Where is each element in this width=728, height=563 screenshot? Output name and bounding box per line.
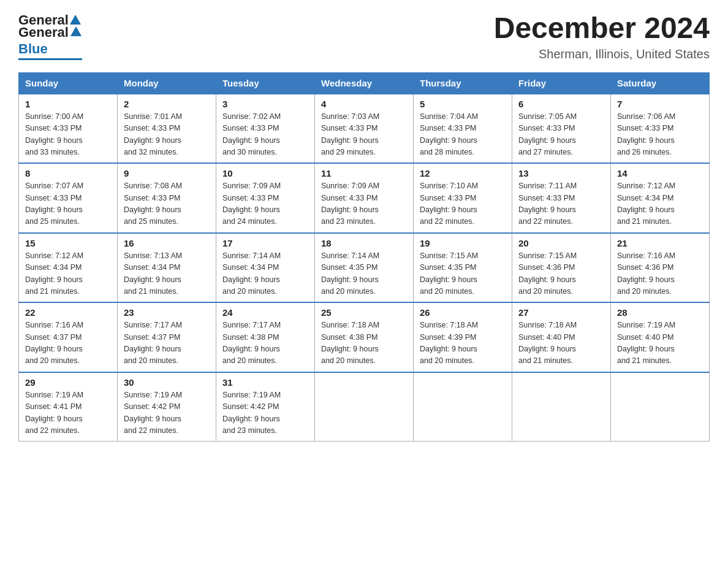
table-row: 19 Sunrise: 7:15 AM Sunset: 4:35 PM Dayl…	[414, 233, 512, 303]
table-row	[512, 372, 611, 442]
day-number: 12	[420, 168, 506, 178]
table-row: 5 Sunrise: 7:04 AM Sunset: 4:33 PM Dayli…	[414, 94, 512, 164]
day-info: Sunrise: 7:16 AM Sunset: 4:36 PM Dayligh…	[617, 250, 703, 298]
table-row: 28 Sunrise: 7:19 AM Sunset: 4:40 PM Dayl…	[611, 302, 710, 372]
day-info: Sunrise: 7:12 AM Sunset: 4:34 PM Dayligh…	[617, 180, 703, 228]
table-row: 17 Sunrise: 7:14 AM Sunset: 4:34 PM Dayl…	[216, 233, 315, 303]
day-info: Sunrise: 7:15 AM Sunset: 4:35 PM Dayligh…	[420, 250, 506, 298]
col-friday: Friday	[512, 72, 611, 94]
table-row: 25 Sunrise: 7:18 AM Sunset: 4:38 PM Dayl…	[315, 302, 414, 372]
day-number: 18	[321, 238, 407, 248]
day-info: Sunrise: 7:18 AM Sunset: 4:39 PM Dayligh…	[420, 320, 506, 367]
day-number: 28	[617, 307, 703, 318]
day-number: 13	[518, 168, 604, 178]
day-info: Sunrise: 7:11 AM Sunset: 4:33 PM Dayligh…	[518, 180, 604, 228]
day-info: Sunrise: 7:04 AM Sunset: 4:33 PM Dayligh…	[420, 111, 506, 159]
day-number: 9	[124, 168, 210, 178]
table-row: 22 Sunrise: 7:16 AM Sunset: 4:37 PM Dayl…	[19, 302, 118, 372]
page-subtitle: Sherman, Illinois, United States	[494, 47, 710, 61]
day-info: Sunrise: 7:09 AM Sunset: 4:33 PM Dayligh…	[222, 180, 308, 228]
day-number: 22	[25, 307, 111, 318]
day-info: Sunrise: 7:14 AM Sunset: 4:34 PM Dayligh…	[222, 250, 308, 298]
table-row: 13 Sunrise: 7:11 AM Sunset: 4:33 PM Dayl…	[512, 163, 611, 233]
col-tuesday: Tuesday	[216, 72, 315, 94]
day-info: Sunrise: 7:01 AM Sunset: 4:33 PM Dayligh…	[124, 111, 210, 159]
table-row: 1 Sunrise: 7:00 AM Sunset: 4:33 PM Dayli…	[19, 94, 118, 164]
calendar-header-row: Sunday Monday Tuesday Wednesday Thursday…	[19, 72, 710, 94]
table-row: 7 Sunrise: 7:06 AM Sunset: 4:33 PM Dayli…	[611, 94, 710, 164]
day-info: Sunrise: 7:12 AM Sunset: 4:34 PM Dayligh…	[25, 250, 111, 298]
day-info: Sunrise: 7:05 AM Sunset: 4:33 PM Dayligh…	[518, 111, 604, 159]
col-thursday: Thursday	[414, 72, 512, 94]
table-row	[414, 372, 512, 442]
day-info: Sunrise: 7:07 AM Sunset: 4:33 PM Dayligh…	[25, 180, 111, 228]
table-row: 27 Sunrise: 7:18 AM Sunset: 4:40 PM Dayl…	[512, 302, 611, 372]
table-row: 15 Sunrise: 7:12 AM Sunset: 4:34 PM Dayl…	[19, 233, 118, 303]
calendar-week-row: 1 Sunrise: 7:00 AM Sunset: 4:33 PM Dayli…	[19, 94, 710, 164]
table-row: 18 Sunrise: 7:14 AM Sunset: 4:35 PM Dayl…	[315, 233, 414, 303]
page-header: General General Blue December 2024 Sherm…	[18, 12, 710, 61]
day-number: 20	[518, 238, 604, 248]
day-number: 2	[124, 99, 210, 109]
day-number: 15	[25, 238, 111, 248]
day-info: Sunrise: 7:00 AM Sunset: 4:33 PM Dayligh…	[25, 111, 111, 159]
day-number: 5	[420, 99, 506, 109]
calendar-table: Sunday Monday Tuesday Wednesday Thursday…	[18, 72, 710, 442]
calendar-week-row: 29 Sunrise: 7:19 AM Sunset: 4:41 PM Dayl…	[19, 372, 710, 442]
table-row: 4 Sunrise: 7:03 AM Sunset: 4:33 PM Dayli…	[315, 94, 414, 164]
day-info: Sunrise: 7:06 AM Sunset: 4:33 PM Dayligh…	[617, 111, 703, 159]
table-row: 23 Sunrise: 7:17 AM Sunset: 4:37 PM Dayl…	[118, 302, 216, 372]
day-info: Sunrise: 7:18 AM Sunset: 4:38 PM Dayligh…	[321, 320, 407, 367]
table-row: 20 Sunrise: 7:15 AM Sunset: 4:36 PM Dayl…	[512, 233, 611, 303]
table-row	[611, 372, 710, 442]
col-wednesday: Wednesday	[315, 72, 414, 94]
logo-general-text2: General	[18, 25, 69, 40]
day-info: Sunrise: 7:17 AM Sunset: 4:37 PM Dayligh…	[124, 320, 210, 367]
table-row: 31 Sunrise: 7:19 AM Sunset: 4:42 PM Dayl…	[216, 372, 315, 442]
day-number: 11	[321, 168, 407, 178]
table-row: 21 Sunrise: 7:16 AM Sunset: 4:36 PM Dayl…	[611, 233, 710, 303]
day-number: 27	[518, 307, 604, 318]
day-number: 7	[617, 99, 703, 109]
day-number: 25	[321, 307, 407, 318]
svg-marker-1	[70, 26, 82, 36]
table-row: 8 Sunrise: 7:07 AM Sunset: 4:33 PM Dayli…	[19, 163, 118, 233]
day-number: 19	[420, 238, 506, 248]
table-row: 16 Sunrise: 7:13 AM Sunset: 4:34 PM Dayl…	[118, 233, 216, 303]
day-number: 3	[222, 99, 308, 109]
day-info: Sunrise: 7:18 AM Sunset: 4:40 PM Dayligh…	[518, 320, 604, 367]
day-number: 6	[518, 99, 604, 109]
day-number: 31	[222, 377, 308, 388]
table-row: 12 Sunrise: 7:10 AM Sunset: 4:33 PM Dayl…	[414, 163, 512, 233]
logo-underline	[18, 58, 82, 60]
table-row: 11 Sunrise: 7:09 AM Sunset: 4:33 PM Dayl…	[315, 163, 414, 233]
table-row: 29 Sunrise: 7:19 AM Sunset: 4:41 PM Dayl…	[19, 372, 118, 442]
day-number: 23	[124, 307, 210, 318]
day-info: Sunrise: 7:19 AM Sunset: 4:40 PM Dayligh…	[617, 320, 703, 367]
logo: General General Blue	[18, 12, 82, 60]
day-info: Sunrise: 7:09 AM Sunset: 4:33 PM Dayligh…	[321, 180, 407, 228]
day-info: Sunrise: 7:17 AM Sunset: 4:38 PM Dayligh…	[222, 320, 308, 367]
table-row: 26 Sunrise: 7:18 AM Sunset: 4:39 PM Dayl…	[414, 302, 512, 372]
day-info: Sunrise: 7:19 AM Sunset: 4:42 PM Dayligh…	[124, 389, 210, 437]
table-row	[315, 372, 414, 442]
day-info: Sunrise: 7:15 AM Sunset: 4:36 PM Dayligh…	[518, 250, 604, 298]
table-row: 24 Sunrise: 7:17 AM Sunset: 4:38 PM Dayl…	[216, 302, 315, 372]
day-number: 4	[321, 99, 407, 109]
day-info: Sunrise: 7:02 AM Sunset: 4:33 PM Dayligh…	[222, 111, 308, 159]
table-row: 3 Sunrise: 7:02 AM Sunset: 4:33 PM Dayli…	[216, 94, 315, 164]
day-info: Sunrise: 7:16 AM Sunset: 4:37 PM Dayligh…	[25, 320, 111, 367]
day-info: Sunrise: 7:19 AM Sunset: 4:42 PM Dayligh…	[222, 389, 308, 437]
day-info: Sunrise: 7:10 AM Sunset: 4:33 PM Dayligh…	[420, 180, 506, 228]
day-number: 14	[617, 168, 703, 178]
logo-triangle-icon2	[70, 26, 82, 38]
table-row: 2 Sunrise: 7:01 AM Sunset: 4:33 PM Dayli…	[118, 94, 216, 164]
day-info: Sunrise: 7:13 AM Sunset: 4:34 PM Dayligh…	[124, 250, 210, 298]
day-number: 30	[124, 377, 210, 388]
day-number: 26	[420, 307, 506, 318]
table-row: 14 Sunrise: 7:12 AM Sunset: 4:34 PM Dayl…	[611, 163, 710, 233]
day-info: Sunrise: 7:19 AM Sunset: 4:41 PM Dayligh…	[25, 389, 111, 437]
day-info: Sunrise: 7:08 AM Sunset: 4:33 PM Dayligh…	[124, 180, 210, 228]
logo-blue-text: Blue	[18, 41, 48, 57]
table-row: 30 Sunrise: 7:19 AM Sunset: 4:42 PM Dayl…	[118, 372, 216, 442]
